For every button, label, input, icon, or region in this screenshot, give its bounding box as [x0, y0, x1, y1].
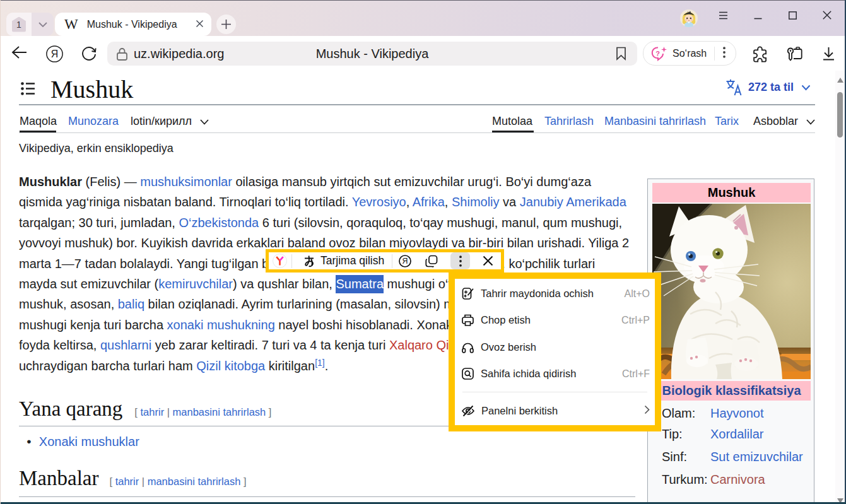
svg-text:R: R	[402, 257, 408, 266]
svg-text:R: R	[51, 49, 59, 59]
svg-text:?: ?	[655, 49, 660, 57]
